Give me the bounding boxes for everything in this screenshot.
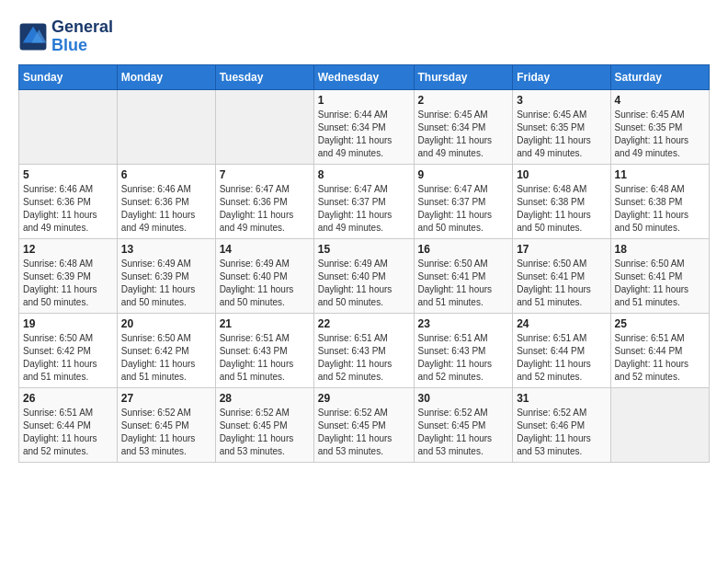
day-info: Sunrise: 6:52 AMSunset: 6:45 PMDaylight:… [121,407,211,458]
day-number: 9 [418,168,509,181]
calendar-cell: 5Sunrise: 6:46 AMSunset: 6:36 PMDaylight… [19,164,118,238]
day-number: 16 [418,243,509,256]
calendar-cell: 4Sunrise: 6:45 AMSunset: 6:35 PMDaylight… [610,89,709,164]
day-number: 27 [121,392,211,405]
day-info: Sunrise: 6:50 AMSunset: 6:41 PMDaylight:… [517,258,606,309]
calendar-cell: 21Sunrise: 6:51 AMSunset: 6:43 PMDayligh… [215,313,313,387]
day-info: Sunrise: 6:51 AMSunset: 6:44 PMDaylight:… [615,332,705,384]
day-number: 26 [23,392,113,405]
day-info: Sunrise: 6:49 AMSunset: 6:40 PMDaylight:… [318,258,410,309]
day-info: Sunrise: 6:45 AMSunset: 6:35 PMDaylight:… [517,109,606,160]
day-info: Sunrise: 6:48 AMSunset: 6:38 PMDaylight:… [615,183,705,235]
day-number: 8 [318,168,410,181]
day-number: 10 [517,168,606,181]
day-number: 2 [418,94,509,107]
day-number: 17 [517,243,606,256]
logo-icon [18,22,48,52]
day-number: 11 [615,168,705,181]
calendar-cell: 3Sunrise: 6:45 AMSunset: 6:35 PMDaylight… [513,89,610,164]
calendar-cell [215,89,313,164]
calendar-cell: 31Sunrise: 6:52 AMSunset: 6:46 PMDayligh… [513,387,610,462]
calendar-body: 1Sunrise: 6:44 AMSunset: 6:34 PMDaylight… [19,89,710,462]
day-number: 25 [615,317,705,330]
calendar-cell: 19Sunrise: 6:50 AMSunset: 6:42 PMDayligh… [19,313,118,387]
calendar-cell: 13Sunrise: 6:49 AMSunset: 6:39 PMDayligh… [117,238,215,313]
day-info: Sunrise: 6:47 AMSunset: 6:36 PMDaylight:… [220,183,310,235]
calendar-cell: 18Sunrise: 6:50 AMSunset: 6:41 PMDayligh… [610,238,709,313]
day-number: 3 [517,94,606,107]
day-number: 22 [318,317,410,330]
calendar-table: SundayMondayTuesdayWednesdayThursdayFrid… [18,64,710,463]
calendar-cell: 30Sunrise: 6:52 AMSunset: 6:45 PMDayligh… [414,387,513,462]
calendar-cell: 2Sunrise: 6:45 AMSunset: 6:34 PMDaylight… [414,89,513,164]
day-number: 30 [418,392,509,405]
day-info: Sunrise: 6:51 AMSunset: 6:44 PMDaylight:… [517,332,606,384]
calendar-cell: 8Sunrise: 6:47 AMSunset: 6:37 PMDaylight… [313,164,414,238]
day-number: 12 [23,243,113,256]
day-info: Sunrise: 6:52 AMSunset: 6:45 PMDaylight:… [220,407,310,458]
calendar-cell: 28Sunrise: 6:52 AMSunset: 6:45 PMDayligh… [215,387,313,462]
calendar-cell: 26Sunrise: 6:51 AMSunset: 6:44 PMDayligh… [19,387,118,462]
day-number: 6 [121,168,211,181]
calendar-cell: 22Sunrise: 6:51 AMSunset: 6:43 PMDayligh… [313,313,414,387]
day-info: Sunrise: 6:47 AMSunset: 6:37 PMDaylight:… [318,183,410,235]
page-header: GeneralBlue [18,18,710,55]
day-info: Sunrise: 6:44 AMSunset: 6:34 PMDaylight:… [318,109,410,160]
calendar-cell: 7Sunrise: 6:47 AMSunset: 6:36 PMDaylight… [215,164,313,238]
calendar-cell [117,89,215,164]
day-info: Sunrise: 6:52 AMSunset: 6:45 PMDaylight:… [318,407,410,458]
calendar-cell: 24Sunrise: 6:51 AMSunset: 6:44 PMDayligh… [513,313,610,387]
calendar-week-row: 12Sunrise: 6:48 AMSunset: 6:39 PMDayligh… [19,238,710,313]
logo: GeneralBlue [18,18,113,55]
day-number: 4 [615,94,705,107]
day-number: 5 [23,168,113,181]
calendar-cell: 23Sunrise: 6:51 AMSunset: 6:43 PMDayligh… [414,313,513,387]
calendar-cell [19,89,118,164]
day-info: Sunrise: 6:48 AMSunset: 6:39 PMDaylight:… [23,258,113,309]
day-info: Sunrise: 6:50 AMSunset: 6:41 PMDaylight:… [615,258,705,309]
calendar-cell: 27Sunrise: 6:52 AMSunset: 6:45 PMDayligh… [117,387,215,462]
day-number: 1 [318,94,410,107]
day-info: Sunrise: 6:45 AMSunset: 6:35 PMDaylight:… [615,109,705,160]
calendar-cell: 1Sunrise: 6:44 AMSunset: 6:34 PMDaylight… [313,89,414,164]
day-number: 14 [220,243,310,256]
day-number: 19 [23,317,113,330]
calendar-cell: 12Sunrise: 6:48 AMSunset: 6:39 PMDayligh… [19,238,118,313]
day-info: Sunrise: 6:51 AMSunset: 6:43 PMDaylight:… [220,332,310,384]
day-info: Sunrise: 6:47 AMSunset: 6:37 PMDaylight:… [418,183,509,235]
day-info: Sunrise: 6:52 AMSunset: 6:46 PMDaylight:… [517,407,606,458]
day-info: Sunrise: 6:45 AMSunset: 6:34 PMDaylight:… [418,109,509,160]
calendar-cell: 16Sunrise: 6:50 AMSunset: 6:41 PMDayligh… [414,238,513,313]
day-info: Sunrise: 6:52 AMSunset: 6:45 PMDaylight:… [418,407,509,458]
day-number: 20 [121,317,211,330]
weekday-header-thursday: Thursday [414,64,513,89]
day-number: 18 [615,243,705,256]
weekday-header-friday: Friday [513,64,610,89]
day-info: Sunrise: 6:50 AMSunset: 6:42 PMDaylight:… [23,332,113,384]
calendar-week-row: 1Sunrise: 6:44 AMSunset: 6:34 PMDaylight… [19,89,710,164]
day-number: 23 [418,317,509,330]
day-number: 31 [517,392,606,405]
day-info: Sunrise: 6:49 AMSunset: 6:39 PMDaylight:… [121,258,211,309]
day-info: Sunrise: 6:46 AMSunset: 6:36 PMDaylight:… [23,183,113,235]
calendar-cell: 6Sunrise: 6:46 AMSunset: 6:36 PMDaylight… [117,164,215,238]
day-number: 15 [318,243,410,256]
logo-text: GeneralBlue [51,18,113,55]
calendar-cell: 29Sunrise: 6:52 AMSunset: 6:45 PMDayligh… [313,387,414,462]
calendar-cell: 20Sunrise: 6:50 AMSunset: 6:42 PMDayligh… [117,313,215,387]
calendar-cell: 17Sunrise: 6:50 AMSunset: 6:41 PMDayligh… [513,238,610,313]
day-number: 13 [121,243,211,256]
calendar-header: SundayMondayTuesdayWednesdayThursdayFrid… [19,64,710,89]
weekday-header-wednesday: Wednesday [313,64,414,89]
calendar-week-row: 19Sunrise: 6:50 AMSunset: 6:42 PMDayligh… [19,313,710,387]
day-info: Sunrise: 6:49 AMSunset: 6:40 PMDaylight:… [220,258,310,309]
calendar-week-row: 5Sunrise: 6:46 AMSunset: 6:36 PMDaylight… [19,164,710,238]
weekday-header-monday: Monday [117,64,215,89]
weekday-header-tuesday: Tuesday [215,64,313,89]
day-info: Sunrise: 6:48 AMSunset: 6:38 PMDaylight:… [517,183,606,235]
weekday-header-sunday: Sunday [19,64,118,89]
day-number: 29 [318,392,410,405]
calendar-week-row: 26Sunrise: 6:51 AMSunset: 6:44 PMDayligh… [19,387,710,462]
calendar-cell: 11Sunrise: 6:48 AMSunset: 6:38 PMDayligh… [610,164,709,238]
day-info: Sunrise: 6:51 AMSunset: 6:43 PMDaylight:… [318,332,410,384]
